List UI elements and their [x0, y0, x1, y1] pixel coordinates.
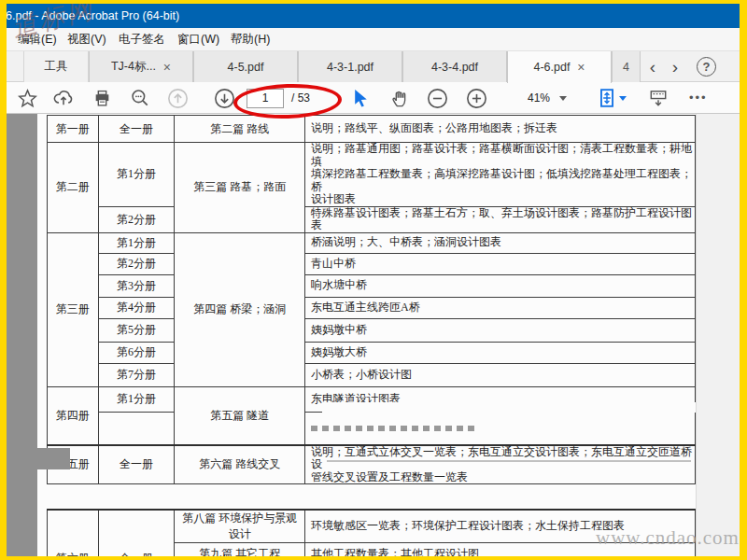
document-area[interactable]: 第一册 全一册 第二篇 路线 说明；路线平、纵面图表；公路用地图表；拆迁表 第二… — [7, 114, 740, 556]
acrobat-window: 6.pdf - Adobe Acrobat Pro (64-bit) 道标网 编… — [0, 0, 747, 560]
hand-icon — [390, 89, 410, 108]
content-cell: 姨妈墩中桥 — [305, 318, 696, 342]
zoom-in-button[interactable] — [462, 84, 490, 112]
tab-scroll-prev-button[interactable]: ‹ — [642, 51, 663, 82]
close-icon[interactable]: × — [163, 61, 171, 74]
toolbar-dock-button[interactable] — [644, 84, 672, 112]
chevron-down-icon[interactable] — [559, 96, 567, 101]
clipped-text-fragment — [311, 426, 479, 431]
content-cell: 说明；路线平、纵面图表；公路用地图表；拆迁表 — [305, 116, 696, 143]
close-icon[interactable]: × — [577, 61, 585, 74]
part-cell: 第四篇 桥梁；涵洞 — [175, 232, 305, 386]
search-button[interactable] — [126, 84, 154, 112]
tab-label: 4-3-4.pdf — [431, 61, 478, 74]
page-fit-button[interactable] — [593, 84, 621, 112]
tab-tools-label: 工具 — [45, 59, 68, 75]
site-url-watermark: www.cndao.com — [596, 526, 740, 550]
fascicle-cell-blank — [98, 412, 175, 445]
menu-window[interactable]: 窗口(W) — [174, 28, 223, 51]
frame-right — [740, 0, 747, 560]
fascicle-cell: 全一册 — [98, 116, 175, 143]
chevron-down-icon[interactable] — [619, 96, 627, 101]
frame-top — [0, 0, 747, 4]
print-button[interactable] — [88, 84, 116, 112]
arrow-down-circle-icon — [214, 88, 235, 109]
content-cell: 响水塘中桥 — [305, 274, 696, 297]
tab-scroll-next-button[interactable]: › — [665, 51, 685, 82]
content-cell: 青山中桥 — [305, 253, 696, 274]
dock-toolbar-icon — [648, 88, 669, 108]
part-cell: 第六篇 路线交叉 — [175, 445, 305, 484]
part-cell: 第八篇 环境保护与景观设计 — [175, 510, 305, 543]
star-icon — [18, 89, 37, 108]
content-cell: 桥涵说明；大、中桥表；涵洞设计图表 — [305, 232, 696, 253]
tab-doc-tj4[interactable]: TJ-4标... × — [89, 51, 193, 82]
selection-tool-button[interactable] — [346, 84, 374, 112]
menu-help[interactable]: 帮助(H) — [227, 28, 274, 51]
titlebar: 6.pdf - Adobe Acrobat Pro (64-bit) — [7, 4, 740, 28]
next-page-button[interactable] — [210, 84, 238, 112]
fascicle-cell: 第2分册 — [98, 253, 175, 274]
fascicle-cell: 全一册 — [98, 445, 175, 484]
hand-tool-button[interactable] — [386, 84, 414, 112]
previous-page-button[interactable] — [163, 84, 191, 112]
tab-tools[interactable]: 工具 — [23, 51, 89, 82]
fascicle-cell: 第3分册 — [98, 274, 175, 297]
fascicle-cell: 第7分册 — [98, 363, 175, 386]
zoom-out-button[interactable] — [423, 84, 451, 112]
table-row: 第4分册 东电互通主线跨匝A桥 — [48, 297, 696, 318]
fascicle-cell: 第6分册 — [98, 342, 175, 363]
content-cell: 姨妈墩大桥 — [305, 342, 696, 363]
cursor-arrow-icon — [351, 89, 371, 108]
scan-artifact-line — [327, 460, 691, 462]
menu-esign[interactable]: 电子签名 — [115, 28, 169, 51]
tab-label: TJ-4标... — [111, 59, 156, 75]
more-tools-button[interactable]: ••• — [689, 82, 708, 114]
volume-cell: 第三册 — [48, 232, 99, 386]
chevron-right-icon: › — [672, 57, 678, 77]
table-row — [48, 412, 696, 445]
part-cell: 第三篇 路基；路面 — [175, 143, 305, 233]
table-row: 第7分册 小桥表；小桥设计图 — [48, 363, 696, 386]
page-fit-icon — [597, 88, 617, 108]
tab-overflow-fragment[interactable]: 4 — [612, 51, 641, 82]
question-icon: ? — [703, 60, 711, 74]
fascicle-cell: 第4分册 — [98, 297, 175, 318]
volume-cell: 第一册 — [48, 116, 99, 143]
collapsed-tools-panel[interactable] — [696, 114, 740, 556]
volume-table: 第一册 全一册 第二篇 路线 说明；路线平、纵面图表；公路用地图表；拆迁表 第二… — [47, 115, 696, 556]
volume-cell: 第四册 — [48, 386, 99, 445]
frame-left — [0, 0, 7, 560]
frame-bottom — [0, 556, 747, 560]
tab-doc-4-3-1[interactable]: 4-3-1.pdf — [298, 51, 402, 82]
content-cell: 说明；互通式立体交叉一览表；东电互通立交设计图表；东电互通立交匝道桥设 管线交叉… — [305, 445, 696, 484]
printer-icon — [92, 89, 112, 108]
table-row: 第2分册 特殊路基设计图表；路基土石方；取、弃土场设计图表；路基防护工程设计图表 — [48, 206, 696, 232]
tab-label: 4-6.pdf — [533, 61, 570, 74]
zoom-level-value[interactable]: 41% — [503, 82, 550, 114]
tab-label: 4 — [623, 61, 629, 74]
tab-label: 4-3-1.pdf — [327, 61, 374, 74]
scan-gray-block — [7, 448, 70, 469]
tab-doc-4-6-active[interactable]: 4-6.pdf × — [507, 51, 612, 83]
fascicle-cell: 第1分册 — [98, 232, 175, 253]
content-cell: 说明；路基通用图；路基设计表；路基横断面设计图；清表工程数量表；耕地填 填深挖路… — [305, 143, 696, 207]
tab-doc-4-5[interactable]: 4-5.pdf — [193, 51, 298, 82]
content-cell: 东电互通主线跨匝A桥 — [305, 297, 696, 318]
menubar: 编辑(E) 视图(V) 电子签名 窗口(W) 帮助(H) — [7, 28, 740, 51]
tab-label: 4-5.pdf — [228, 61, 264, 74]
help-button[interactable]: ? — [697, 57, 716, 77]
part-cell: 第五篇 隧道 — [175, 386, 305, 445]
tab-doc-4-3-4[interactable]: 4-3-4.pdf — [402, 51, 507, 82]
favorites-button[interactable] — [13, 84, 41, 112]
minus-circle-icon — [427, 88, 448, 109]
share-cloud-button[interactable] — [49, 84, 78, 112]
blank-gap-cell — [48, 484, 696, 510]
table-row: 第5分册 姨妈墩中桥 — [48, 318, 696, 342]
volume-cell: 第六册 — [48, 510, 99, 557]
tabbar: 工具 TJ-4标... × 4-5.pdf 4-3-1.pdf 4-3-4.pd… — [7, 51, 740, 82]
part-cell: 第二篇 路线 — [175, 116, 305, 143]
toolbar: 1 / 53 41% — [7, 82, 740, 114]
fascicle-cell: 第1分册 — [98, 386, 175, 412]
chevron-left-icon: ‹ — [650, 57, 655, 77]
